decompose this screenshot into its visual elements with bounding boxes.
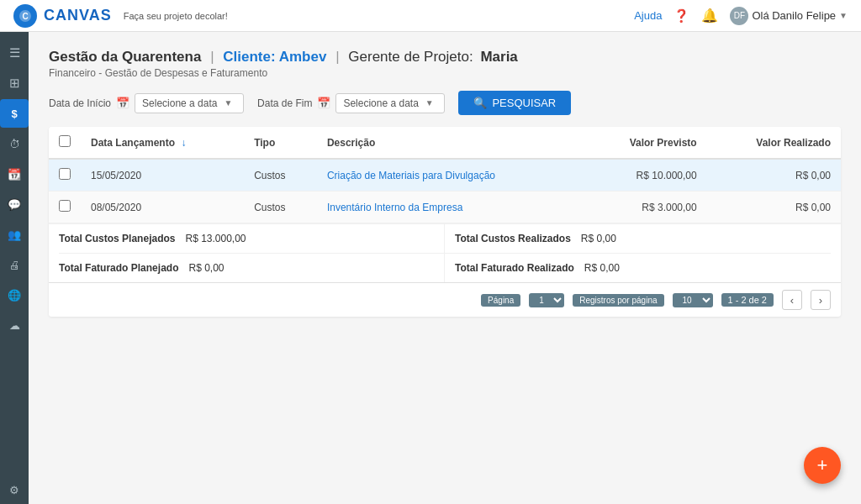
topnav-right: Ajuda ❓ 🔔 DF Olá Danilo Felipe ▼ bbox=[634, 7, 848, 25]
sidebar-item-chat[interactable]: 💬 bbox=[0, 190, 29, 218]
pagination-bar: Página 1 Registros por página 10 1 - 2 d… bbox=[49, 282, 841, 317]
start-date-label: Data de Início bbox=[49, 97, 111, 109]
sidebar-item-people[interactable]: 👥 bbox=[0, 220, 29, 249]
user-greeting: Olá Danilo Felipe bbox=[752, 9, 836, 22]
data-table: Data Lançamento ↓ Tipo Descrição Valor P… bbox=[49, 127, 841, 317]
actual-costs-label: Total Custos Realizados bbox=[455, 233, 571, 244]
col-description: Descrição bbox=[317, 127, 584, 159]
main-content: Gestão da Quarentena | Cliente: Ambev | … bbox=[29, 32, 861, 504]
col-actual: Valor Realizado bbox=[707, 127, 841, 159]
cell-date: 08/05/2020 bbox=[81, 192, 244, 223]
next-page-button[interactable]: › bbox=[811, 290, 831, 310]
cell-actual: R$ 0,00 bbox=[707, 192, 841, 223]
col-date: Data Lançamento ↓ bbox=[81, 127, 244, 159]
sidebar-item-dashboard[interactable]: ⊞ bbox=[0, 69, 29, 97]
notification-icon[interactable]: 🔔 bbox=[701, 8, 718, 24]
logo-area: C CANVAS Faça seu projeto decolar! bbox=[13, 4, 228, 28]
fab-button[interactable]: + bbox=[804, 447, 841, 484]
end-date-input[interactable]: Selecione a data ▼ bbox=[335, 93, 445, 113]
page-title: Gestão da Quarentena | Cliente: Ambev | … bbox=[49, 49, 841, 66]
sidebar-item-globe[interactable]: 🌐 bbox=[0, 281, 29, 309]
planned-billed-label: Total Faturado Planejado bbox=[59, 262, 178, 274]
logo-text: CANVAS bbox=[44, 7, 112, 24]
cell-actual: R$ 0,00 bbox=[707, 159, 841, 192]
col-planned: Valor Previsto bbox=[584, 127, 707, 159]
table-row: 15/05/2020 Custos Criação de Materiais p… bbox=[49, 159, 841, 192]
cell-planned: R$ 3.000,00 bbox=[584, 192, 707, 223]
cell-description: Inventário Interno da Empresa bbox=[317, 192, 584, 223]
cell-date: 15/05/2020 bbox=[81, 159, 244, 192]
start-date-group: Data de Início 📅 Selecione a data ▼ bbox=[49, 93, 244, 113]
search-icon: 🔍 bbox=[473, 97, 487, 109]
records-label: Registros por página bbox=[573, 294, 663, 307]
row-checkbox[interactable] bbox=[59, 168, 71, 180]
page-subtitle: Financeiro - Gestão de Despesas e Fatura… bbox=[49, 67, 841, 79]
logo-icon: C bbox=[13, 4, 37, 28]
search-button[interactable]: 🔍 PESQUISAR bbox=[458, 91, 571, 115]
sidebar-item-calendar[interactable]: 📆 bbox=[0, 160, 29, 188]
cell-type: Custos bbox=[244, 159, 317, 192]
start-calendar-icon: 📅 bbox=[116, 97, 129, 109]
start-date-chevron: ▼ bbox=[224, 98, 232, 108]
planned-billed-value: R$ 0,00 bbox=[188, 262, 224, 274]
sort-icon: ↓ bbox=[181, 137, 186, 149]
help-link[interactable]: Ajuda bbox=[634, 9, 662, 22]
start-date-input[interactable]: Selecione a data ▼ bbox=[135, 93, 244, 113]
logo-tagline: Faça seu projeto decolar! bbox=[124, 11, 228, 21]
planned-costs-label: Total Custos Planejados bbox=[59, 233, 175, 244]
cell-type: Custos bbox=[244, 192, 317, 223]
top-navigation: C CANVAS Faça seu projeto decolar! Ajuda… bbox=[0, 0, 861, 32]
sidebar: ☰ ⊞ $ ⏱ 📆 💬 👥 🖨 🌐 ☁ ⚙ bbox=[0, 32, 29, 504]
actual-billed-value: R$ 0,00 bbox=[584, 262, 620, 274]
cell-planned: R$ 10.000,00 bbox=[584, 159, 707, 192]
actual-billed-label: Total Faturado Realizado bbox=[455, 262, 574, 274]
filter-row: Data de Início 📅 Selecione a data ▼ Data… bbox=[49, 91, 841, 115]
cell-description: Criação de Materiais para Divulgação bbox=[317, 159, 584, 192]
end-date-chevron: ▼ bbox=[425, 98, 434, 108]
col-type: Tipo bbox=[244, 127, 317, 159]
chevron-down-icon: ▼ bbox=[839, 11, 848, 20]
records-select[interactable]: 10 bbox=[673, 293, 713, 307]
sidebar-item-clock[interactable]: ⏱ bbox=[0, 129, 29, 158]
page-label: Página bbox=[481, 294, 520, 307]
planned-costs-value: R$ 13.000,00 bbox=[185, 233, 246, 244]
sidebar-item-cloud[interactable]: ☁ bbox=[0, 311, 29, 339]
svg-text:C: C bbox=[22, 12, 28, 21]
avatar: DF bbox=[730, 7, 748, 25]
sidebar-item-finance[interactable]: $ bbox=[0, 99, 29, 128]
table-row: 08/05/2020 Custos Inventário Interno da … bbox=[49, 192, 841, 223]
select-all-checkbox[interactable] bbox=[59, 135, 71, 147]
sidebar-item-settings[interactable]: ⚙ bbox=[0, 475, 29, 504]
end-date-group: Data de Fim 📅 Selecione a data ▼ bbox=[257, 93, 445, 113]
page-header: Gestão da Quarentena | Cliente: Ambev | … bbox=[49, 49, 841, 79]
end-calendar-icon: 📅 bbox=[317, 97, 330, 109]
actual-costs-value: R$ 0,00 bbox=[581, 233, 616, 244]
page-select[interactable]: 1 bbox=[529, 293, 564, 307]
row-checkbox[interactable] bbox=[59, 200, 71, 212]
pagination-range: 1 - 2 de 2 bbox=[721, 293, 774, 307]
end-date-label: Data de Fim bbox=[257, 97, 312, 109]
help-icon: ❓ bbox=[673, 8, 689, 24]
user-menu[interactable]: DF Olá Danilo Felipe ▼ bbox=[730, 7, 848, 25]
sidebar-item-print[interactable]: 🖨 bbox=[0, 250, 29, 279]
prev-page-button[interactable]: ‹ bbox=[782, 290, 802, 310]
sidebar-item-menu[interactable]: ☰ bbox=[0, 39, 29, 67]
